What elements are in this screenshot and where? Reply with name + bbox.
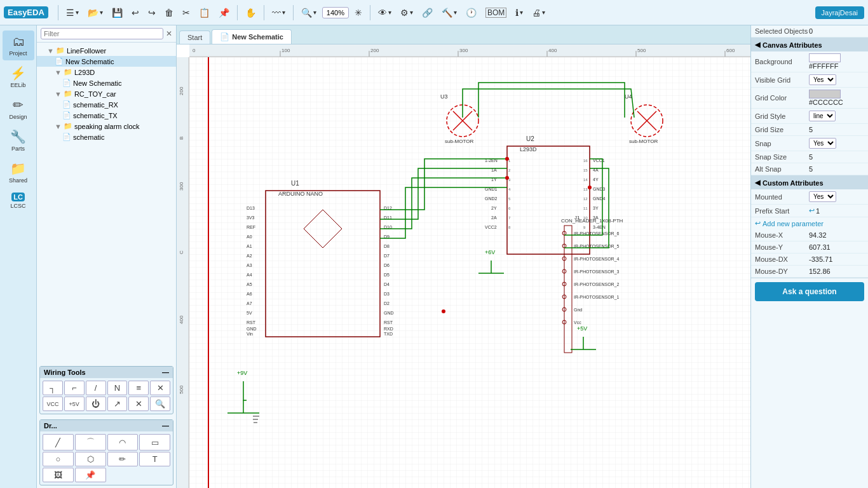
svg-rect-0 — [189, 44, 750, 57]
draw-tools-header[interactable]: Dr... — — [40, 420, 173, 431]
wire-menu-btn[interactable]: 〰▾ — [269, 6, 288, 20]
paste-btn[interactable]: 📌 — [215, 6, 233, 20]
bus-entry-tool[interactable]: ↗ — [107, 396, 128, 411]
copy-btn[interactable]: 📋 — [196, 6, 213, 20]
filter-clear-btn[interactable]: ✕ — [166, 29, 172, 38]
history-btn[interactable]: 🕐 — [463, 6, 480, 20]
pan-btn[interactable]: ✋ — [242, 6, 259, 20]
arc-tool[interactable]: ◠ — [107, 434, 139, 451]
delete-btn[interactable]: 🗑 — [161, 6, 177, 20]
sidebar-item-shared[interactable]: 📁 Shared — [3, 157, 34, 187]
noconn-tool[interactable]: ✕ — [128, 396, 149, 411]
bom-btn[interactable]: BOM — [482, 6, 510, 20]
snap-select[interactable]: YesNo — [809, 138, 836, 149]
logo[interactable]: EasyEDA — [4, 6, 48, 18]
wire-tool[interactable]: ┐ — [43, 381, 63, 395]
ellipse-tool[interactable]: ○ — [43, 452, 74, 466]
tree-item-schematic-alarm[interactable]: 📄 schematic — [37, 132, 176, 142]
add-param-btn[interactable]: ↩ Add new parameter — [751, 217, 868, 229]
svg-text:GND2: GND2 — [485, 196, 498, 201]
filter-input[interactable] — [41, 28, 163, 39]
add-param-icon: ↩ — [755, 219, 761, 227]
vcc-tool[interactable]: VCC — [43, 396, 63, 411]
junction-tool[interactable]: / — [86, 381, 106, 395]
line-tool[interactable]: ╱ — [43, 434, 74, 451]
mounted-select[interactable]: YesNo — [809, 191, 836, 202]
text-tool[interactable]: T — [139, 452, 170, 466]
tree-item-schematic-tx[interactable]: 📄 schematic_TX — [37, 110, 176, 121]
power-tool[interactable]: ⏻ — [86, 396, 106, 411]
view-menu-btn[interactable]: 👁▾ — [375, 6, 395, 20]
svg-text:2A: 2A — [491, 215, 497, 220]
file-menu-btn[interactable]: ☰▾ — [63, 6, 82, 20]
print-menu-btn[interactable]: 🖨▾ — [529, 6, 548, 20]
sidebar-item-parts[interactable]: 🔧 Parts — [3, 125, 34, 156]
custom-attrs-header[interactable]: ◀ Custom Attributes — [751, 176, 868, 189]
rccar-folder-icon: 📁 — [64, 90, 72, 98]
tree-item-schematic-rx[interactable]: 📄 schematic_RX — [37, 99, 176, 110]
share-btn[interactable]: 🔗 — [419, 6, 436, 20]
netflag-tool[interactable]: ≡ — [128, 381, 149, 395]
schematic-icon2: 📄 — [62, 79, 71, 87]
visible-grid-select[interactable]: YesNo — [809, 74, 836, 85]
undo-btn[interactable]: ↩ — [128, 6, 142, 20]
open-btn[interactable]: 📂▾ — [85, 6, 106, 20]
svg-text:sub-MOTOR: sub-MOTOR — [445, 139, 473, 144]
canvas-wrapper[interactable]: 0 100 200 300 400 500 600 — [177, 44, 750, 488]
snap-toggle-btn[interactable]: ✳ — [351, 6, 365, 20]
pencil-tool[interactable]: ✏ — [107, 452, 139, 466]
draw-tools-grid: ╱ ⌒ ◠ ▭ ○ ⬡ ✏ T 🖼 📌 — [40, 431, 173, 485]
snap-label: Snap — [755, 140, 809, 147]
tree-item-l293d[interactable]: ▼ 📁 L293D — [37, 67, 176, 78]
alt-snap-label: Alt Snap — [755, 165, 809, 173]
image-tool[interactable]: 🖼 — [43, 468, 74, 482]
bus-tool[interactable]: ⌐ — [64, 381, 85, 395]
grid-color-value: #CCCCCC — [809, 90, 864, 106]
crossover-tool[interactable]: ✕ — [150, 381, 170, 395]
tools-menu-btn[interactable]: 🔨▾ — [438, 6, 460, 20]
save-btn[interactable]: 💾 — [109, 6, 126, 20]
tree-item-linefollower[interactable]: ▼ 📁 LineFollower — [37, 45, 176, 56]
tab-start[interactable]: Start — [179, 30, 210, 44]
probe-tool[interactable]: 🔍 — [150, 396, 170, 411]
curve-tool[interactable]: ⌒ — [75, 434, 106, 451]
netlabel-tool[interactable]: N — [107, 381, 128, 395]
redo-btn[interactable]: ↪ — [145, 6, 159, 20]
tree-item-newschematic1[interactable]: 📄 New Schematic — [37, 56, 176, 67]
sidebar-item-lcsc[interactable]: LC LCSC — [3, 189, 34, 213]
user-btn[interactable]: JayrajDesai — [815, 6, 864, 19]
settings-menu-btn[interactable]: ⚙▾ — [397, 6, 416, 20]
wiring-tools-header[interactable]: Wiring Tools — — [40, 367, 173, 378]
selected-objects-value: 0 — [809, 27, 864, 35]
pin-tool[interactable]: 📌 — [75, 468, 106, 482]
svg-text:12: 12 — [583, 197, 588, 201]
canvas-attrs-header[interactable]: ◀ Canvas Attributes — [751, 38, 868, 51]
sidebar-item-eelib[interactable]: ⚡ EELib — [3, 62, 34, 92]
poly-tool[interactable]: ⬡ — [75, 452, 106, 466]
background-swatch[interactable] — [809, 53, 841, 62]
tree-item-rccar[interactable]: ▼ 📁 RC_TOY_car — [37, 88, 176, 99]
ask-question-btn[interactable]: Ask a question — [755, 282, 864, 301]
grid-style-select[interactable]: linedot — [809, 111, 836, 121]
tree-item-alarm[interactable]: ▼ 📁 speaking alarm clock — [37, 121, 176, 132]
sidebar-item-design[interactable]: ✏ Design — [3, 93, 34, 124]
help-menu-btn[interactable]: ℹ▾ — [512, 6, 526, 20]
rect-tool[interactable]: ▭ — [139, 434, 170, 451]
ruler-vertical: 200 B 300 C 400 500 — [177, 57, 189, 488]
svg-text:D6: D6 — [384, 263, 390, 268]
cut-btn[interactable]: ✂ — [179, 6, 193, 20]
rccar-label: RC_TOY_car — [74, 90, 116, 98]
svg-text:11: 11 — [583, 207, 588, 210]
tree-item-newschematic2[interactable]: 📄 New Schematic — [37, 78, 176, 88]
shared-icon: 📁 — [10, 161, 26, 176]
sidebar-label-shared: Shared — [9, 177, 27, 184]
schematic-canvas[interactable]: U1 ARDUINO NANO D13 3V3 REF A0 A1 A2 A3 … — [189, 57, 750, 488]
custom-attrs-title: Custom Attributes — [763, 179, 824, 187]
sidebar-item-project[interactable]: 🗂 Project — [3, 30, 34, 60]
gnd-tool[interactable]: +5V — [64, 396, 85, 411]
zoom-menu-btn[interactable]: 🔍▾ — [298, 6, 320, 20]
grid-color-swatch[interactable] — [809, 90, 841, 98]
right-panel: Selected Objects 0 ◀ Canvas Attributes B… — [750, 25, 868, 488]
tab-newschematic[interactable]: 📄 New Schematic — [212, 29, 292, 44]
schematic-alarm-label: schematic — [73, 133, 105, 141]
